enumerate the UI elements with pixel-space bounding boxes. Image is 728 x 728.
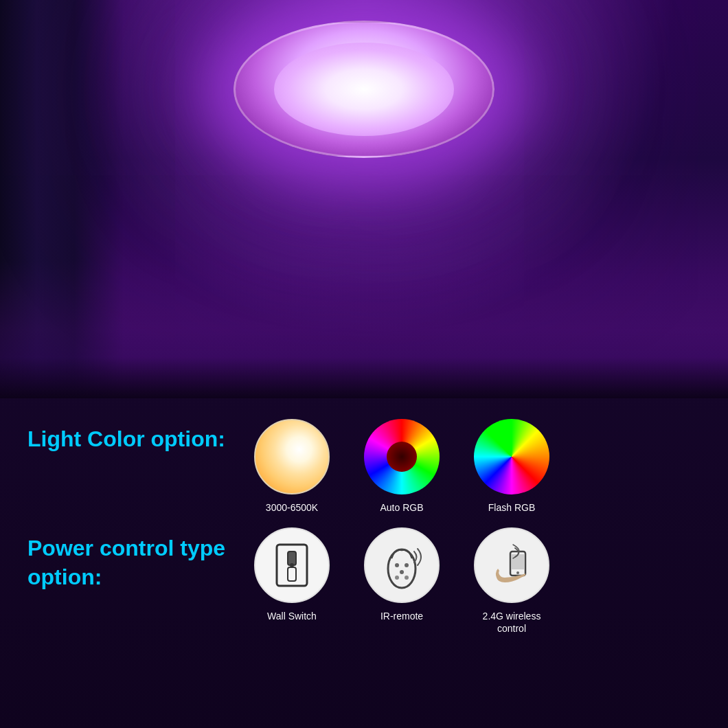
flash-rgb-label: Flash RGB bbox=[488, 501, 535, 514]
info-section: Light Color option: Power control type o… bbox=[0, 398, 728, 728]
ir-remote-svg bbox=[374, 538, 429, 593]
svg-point-12 bbox=[516, 571, 519, 574]
main-container: Light Color option: Power control type o… bbox=[0, 0, 728, 728]
wall-switch-label: Wall Switch bbox=[267, 610, 317, 622]
control-options-row: Wall Switch bbox=[247, 527, 701, 635]
wireless-svg bbox=[484, 538, 539, 593]
ir-remote-icon bbox=[364, 527, 440, 603]
wall-switch-option: Wall Switch bbox=[247, 527, 337, 622]
svg-point-6 bbox=[405, 563, 409, 567]
color-temp-label: 3000-6500K bbox=[266, 501, 318, 514]
wireless-option: 2.4G wireless control bbox=[467, 527, 556, 635]
ir-remote-label: IR-remote bbox=[380, 610, 423, 622]
svg-point-7 bbox=[400, 570, 404, 574]
flash-rgb-option: Flash RGB bbox=[467, 419, 556, 514]
svg-point-9 bbox=[405, 576, 409, 580]
color-temp-icon bbox=[254, 419, 330, 494]
product-photo bbox=[0, 0, 728, 398]
svg-rect-11 bbox=[512, 554, 524, 569]
wall-switch-svg bbox=[271, 541, 312, 589]
wall-switch-icon bbox=[254, 527, 330, 603]
left-labels: Light Color option: Power control type o… bbox=[27, 419, 247, 707]
auto-rgb-option: Auto RGB bbox=[357, 419, 446, 514]
auto-rgb-label: Auto RGB bbox=[380, 501, 423, 514]
ir-remote-option: IR-remote bbox=[357, 527, 446, 622]
svg-point-8 bbox=[395, 576, 399, 580]
flash-rgb-icon bbox=[474, 419, 549, 494]
wireless-label: 2.4G wireless control bbox=[467, 610, 556, 635]
right-icons: 3000-6500K Auto RGB Flash RGB bbox=[247, 419, 701, 707]
ceiling-light-inner bbox=[274, 43, 454, 136]
auto-rgb-inner bbox=[387, 442, 417, 472]
color-temp-option: 3000-6500K bbox=[247, 419, 337, 514]
light-color-label: Light Color option: bbox=[27, 426, 247, 452]
ceiling-light bbox=[234, 21, 494, 158]
svg-point-3 bbox=[290, 563, 294, 567]
svg-rect-2 bbox=[288, 567, 296, 581]
wireless-icon bbox=[474, 527, 549, 603]
auto-rgb-icon bbox=[364, 419, 440, 494]
power-control-label: Power control type option: bbox=[27, 534, 247, 591]
svg-point-5 bbox=[395, 563, 399, 567]
color-options-row: 3000-6500K Auto RGB Flash RGB bbox=[247, 419, 701, 514]
section-fade bbox=[0, 357, 728, 398]
